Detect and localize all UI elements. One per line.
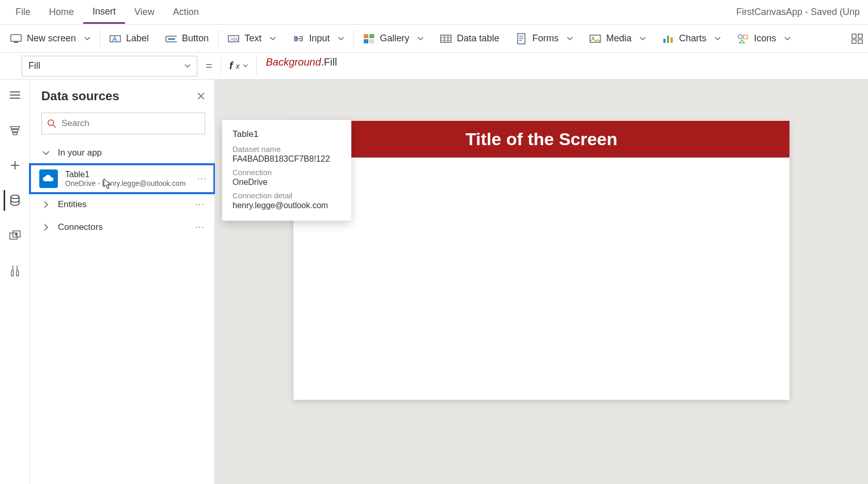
separator [353, 30, 354, 48]
svg-rect-21 [852, 34, 856, 38]
ribbon-icons[interactable]: Icons [730, 29, 798, 49]
main-area: Data sources In your app Table1 OneDrive… [0, 80, 868, 484]
app-canvas[interactable]: Title of the Screen [293, 121, 789, 400]
rail-advanced-tools[interactable] [5, 260, 25, 281]
svg-point-19 [738, 35, 742, 39]
rail-media[interactable] [5, 225, 25, 246]
flyout-dataset-label: Dataset name [233, 145, 341, 153]
svg-text:Abc: Abc [230, 37, 239, 42]
svg-rect-17 [667, 36, 669, 43]
equals-sign: = [203, 59, 215, 73]
property-selector[interactable]: Fill [22, 56, 197, 76]
flyout-connection-label: Connection [233, 168, 341, 177]
ribbon-text-label: Text [244, 33, 261, 44]
svg-rect-12 [441, 35, 451, 42]
separator [221, 57, 221, 75]
fx-button[interactable]: fx [226, 60, 251, 72]
screen-icon [10, 33, 22, 44]
menu-action[interactable]: Action [164, 2, 208, 23]
ribbon-charts-label: Charts [679, 33, 706, 44]
chevron-down-icon [84, 37, 90, 41]
chevron-down-icon [184, 64, 191, 68]
flyout-dataset-value: FA4BADB8183CF7B8!122 [233, 154, 341, 164]
ribbon-input[interactable]: Input [285, 29, 351, 49]
section-label: In your app [58, 148, 102, 158]
flyout-detail-value: henry.legge@outlook.com [233, 201, 341, 210]
menu-view[interactable]: View [125, 2, 164, 23]
ribbon-gallery-label: Gallery [380, 33, 409, 44]
ribbon-button-label: Button [182, 33, 209, 44]
data-sources-panel: Data sources In your app Table1 OneDrive… [30, 80, 215, 484]
ribbon-text[interactable]: Abc Text [221, 29, 283, 49]
ribbon-data-table[interactable]: Data table [433, 29, 506, 49]
ribbon-new-screen-label: New screen [27, 33, 76, 44]
menu-home[interactable]: Home [40, 2, 83, 23]
formula-bar: Fill = fx Background.Fill [0, 53, 868, 80]
svg-rect-0 [11, 35, 21, 41]
data-source-item-table1[interactable]: Table1 OneDrive - henry.legge@outlook.co… [30, 164, 214, 193]
ribbon-forms[interactable]: Forms [508, 29, 580, 49]
svg-point-28 [48, 120, 54, 126]
menu-file[interactable]: File [6, 2, 40, 23]
icons-icon [737, 33, 749, 44]
data-source-name: Table1 [65, 170, 185, 179]
svg-rect-11 [369, 39, 374, 43]
svg-rect-2 [110, 36, 120, 42]
button-icon [165, 33, 177, 44]
search-box[interactable] [41, 113, 205, 134]
ribbon-button[interactable]: Button [158, 29, 216, 49]
rail-hamburger[interactable] [5, 85, 25, 105]
ribbon-forms-label: Forms [532, 33, 559, 44]
ribbon-layout-button[interactable] [844, 29, 865, 49]
chevron-down-icon [417, 37, 424, 41]
formula-member: .Fill [321, 56, 337, 68]
svg-rect-18 [671, 37, 673, 43]
chevron-down-icon [715, 37, 721, 41]
ribbon-data-table-label: Data table [457, 33, 499, 44]
section-entities[interactable]: Entities ··· [30, 193, 214, 216]
svg-rect-8 [364, 34, 368, 38]
ribbon-gallery[interactable]: Gallery [356, 29, 431, 49]
data-source-subtitle: OneDrive - henry.legge@outlook.com [65, 179, 185, 188]
ribbon-media[interactable]: Media [582, 29, 653, 49]
close-icon[interactable] [197, 92, 205, 100]
input-icon [292, 33, 304, 44]
chevron-down-icon [41, 150, 51, 155]
table-icon [440, 33, 452, 44]
chevron-down-icon [640, 37, 646, 41]
screen-title-bar[interactable]: Title of the Screen [293, 121, 789, 158]
separator [218, 30, 219, 48]
chevron-right-icon [41, 201, 51, 208]
formula-input[interactable]: Background.Fill [262, 56, 864, 76]
formula-object: Background [266, 56, 321, 68]
section-label: Entities [58, 199, 87, 210]
rail-insert[interactable] [5, 155, 25, 176]
menu-insert[interactable]: Insert [83, 1, 125, 24]
ribbon-new-screen[interactable]: New screen [3, 29, 98, 49]
data-source-details-flyout: Table1 Dataset name FA4BADB8183CF7B8!122… [222, 120, 351, 221]
ribbon-charts[interactable]: Charts [655, 29, 728, 49]
forms-icon [516, 33, 527, 44]
rail-data[interactable] [4, 190, 24, 211]
section-label: Connectors [58, 222, 103, 232]
menu-bar: File Home Insert View Action FirstCanvas… [0, 0, 868, 25]
more-icon[interactable]: ··· [195, 223, 205, 232]
media-icon [590, 33, 601, 44]
svg-rect-9 [369, 34, 374, 38]
search-input[interactable] [61, 118, 199, 129]
rail-tree-view[interactable] [5, 120, 25, 140]
svg-point-25 [11, 195, 19, 199]
more-icon[interactable]: ··· [197, 174, 207, 183]
svg-rect-23 [852, 40, 856, 43]
ribbon-label[interactable]: Label [102, 29, 156, 49]
section-in-your-app[interactable]: In your app [30, 142, 214, 164]
more-icon[interactable]: ··· [195, 200, 205, 209]
text-icon: Abc [228, 33, 239, 44]
flyout-detail-label: Connection detail [233, 191, 341, 200]
flyout-connection-value: OneDrive [233, 178, 341, 187]
label-icon [110, 33, 121, 44]
section-connectors[interactable]: Connectors ··· [30, 216, 214, 239]
chevron-down-icon [270, 37, 276, 41]
ribbon-label-label: Label [126, 33, 149, 44]
chevron-down-icon [567, 37, 573, 41]
